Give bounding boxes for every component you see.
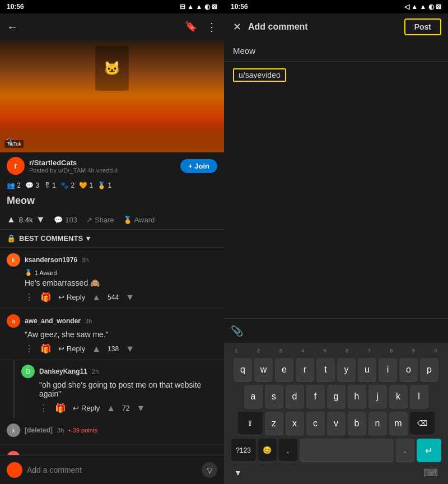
comment-avatar-3: D	[21, 365, 35, 378]
comment-header-3: D DankeyKang11 2h	[21, 365, 217, 378]
comment-username-deleted: [deleted]	[25, 426, 53, 434]
downvote-icon[interactable]: ▼	[36, 215, 45, 225]
key-123[interactable]: ?123	[231, 439, 256, 462]
close-button[interactable]: ✕	[231, 18, 244, 35]
key-num-1: 1	[226, 346, 246, 355]
key-num-4: 4	[293, 346, 313, 355]
key-a[interactable]: a	[244, 385, 263, 408]
comment-deleted: x [deleted] 3h •-39 points	[0, 418, 224, 445]
key-p[interactable]: p	[420, 358, 438, 381]
comment-more-icon-3[interactable]: ⋮	[39, 403, 48, 413]
share-btn[interactable]: ↗ Share	[86, 216, 114, 224]
key-n[interactable]: n	[368, 412, 387, 435]
attachment-icon[interactable]: 📎	[231, 325, 243, 337]
comment-username-3[interactable]: DankeyKang11	[39, 367, 87, 375]
upvote-icon-3[interactable]: ▲	[106, 403, 115, 413]
reply-button-3[interactable]: ↩ Reply	[73, 404, 100, 412]
comment-gift-icon-2[interactable]: 🎁	[40, 343, 52, 354]
award-item: 👥 2	[7, 182, 21, 189]
key-x[interactable]: x	[286, 412, 304, 435]
key-u[interactable]: u	[358, 358, 376, 381]
upvote-icon[interactable]: ▲	[7, 215, 16, 225]
upvote-icon-1[interactable]: ▲	[92, 292, 101, 302]
comment-username-2[interactable]: awe_and_wonder	[25, 317, 81, 325]
reply-icon-2: ↩	[58, 345, 64, 353]
add-comment-input[interactable]: Add a comment	[27, 466, 197, 474]
comments-icon: 💬	[54, 216, 63, 224]
return-key[interactable]: ↵	[417, 439, 441, 462]
scroll-down-button[interactable]: ▽	[202, 462, 217, 478]
period-key[interactable]: .	[396, 439, 414, 462]
key-f[interactable]: f	[306, 385, 325, 408]
key-j[interactable]: j	[368, 385, 387, 408]
award-item: 🐾 2	[60, 182, 74, 189]
comma-key[interactable]: ,	[279, 439, 297, 462]
key-s[interactable]: s	[265, 385, 283, 408]
comment-input-area[interactable]: u/savevideo	[224, 62, 448, 318]
keyboard-settings-icon[interactable]: ⌨	[423, 467, 438, 479]
key-z[interactable]: z	[265, 412, 283, 435]
more-icon[interactable]: ⋮	[206, 20, 217, 34]
downvote-icon-3[interactable]: ▼	[136, 403, 145, 413]
comment-actions-2: ⋮ 🎁 ↩ Reply ▲ 138 ▼	[25, 343, 217, 354]
vote-group: ▲ 8.4k ▼	[7, 215, 45, 225]
add-comment-title: Add comment	[248, 22, 400, 32]
key-m[interactable]: m	[389, 412, 408, 435]
subreddit-info: r/StartledCats Posted by u/Dr_TAM 4h v.r…	[29, 159, 176, 174]
awards-row: 👥 2 💬 3 🎖 1 🐾 2 🧡 1 🏅 1	[0, 179, 224, 192]
back-icon[interactable]: ←	[7, 21, 18, 34]
key-g[interactable]: g	[327, 385, 346, 408]
comments-btn[interactable]: 💬 103	[54, 216, 77, 224]
join-button[interactable]: + Join	[180, 159, 217, 173]
keyboard-hide-button[interactable]: ▼	[234, 468, 242, 477]
comment-more-icon-2[interactable]: ⋮	[25, 343, 34, 354]
space-key[interactable]	[300, 439, 394, 462]
reply-button-2[interactable]: ↩ Reply	[58, 345, 85, 353]
top-nav: ← 🔖 ⋮	[0, 13, 224, 40]
key-e[interactable]: e	[275, 358, 293, 381]
comment-context: Meow	[224, 40, 448, 62]
emoji-key[interactable]: 😊	[258, 439, 277, 462]
key-i[interactable]: i	[379, 358, 397, 381]
downvote-icon-2[interactable]: ▼	[125, 344, 134, 354]
key-b[interactable]: b	[348, 412, 366, 435]
key-k[interactable]: k	[389, 385, 408, 408]
post-meta: Posted by u/Dr_TAM 4h v.redd.it	[29, 167, 176, 174]
bookmark-icon[interactable]: 🔖	[185, 20, 197, 34]
reply-button-1[interactable]: ↩ Reply	[58, 293, 85, 301]
comment-more-icon[interactable]: ⋮	[25, 292, 34, 302]
status-bar-left: 10:56 ⊟ ▲ ▲ ◐ ⊠	[0, 0, 224, 13]
key-o[interactable]: o	[399, 358, 418, 381]
delete-key[interactable]: ⌫	[410, 412, 435, 435]
comment-gift-icon-3[interactable]: 🎁	[55, 403, 66, 413]
comment-gift-icon[interactable]: 🎁	[40, 292, 52, 302]
key-t[interactable]: t	[316, 358, 335, 381]
post-button[interactable]: Post	[404, 18, 441, 35]
comment-actions-1: ⋮ 🎁 ↩ Reply ▲ 544 ▼	[25, 292, 217, 302]
comment-username-1[interactable]: ksanderson1976	[25, 256, 77, 264]
key-v[interactable]: v	[327, 412, 346, 435]
share-icon: ↗	[86, 216, 92, 224]
key-r[interactable]: r	[296, 358, 314, 381]
username-tag[interactable]: u/savevideo	[233, 68, 286, 82]
key-w[interactable]: w	[254, 358, 273, 381]
subreddit-name[interactable]: r/StartledCats	[29, 159, 176, 167]
comment-time-3: 2h	[92, 368, 99, 375]
keyboard-row-2: a s d f g h j k l	[225, 383, 447, 410]
key-d[interactable]: d	[286, 385, 304, 408]
key-c[interactable]: c	[306, 412, 325, 435]
post-title: Meow	[0, 192, 224, 210]
key-num-2: 2	[248, 346, 268, 355]
key-y[interactable]: y	[337, 358, 356, 381]
comment-header-1: k ksanderson1976 3h	[7, 253, 217, 267]
subreddit-avatar: r	[7, 157, 25, 175]
key-l[interactable]: l	[410, 385, 428, 408]
key-q[interactable]: q	[234, 358, 252, 381]
upvote-icon-2[interactable]: ▲	[92, 344, 101, 354]
shift-key[interactable]: ⇧	[238, 412, 263, 435]
award-btn[interactable]: 🏅 Award	[123, 216, 155, 224]
key-num-6: 6	[337, 346, 357, 355]
downvote-icon-1[interactable]: ▼	[125, 292, 134, 302]
key-h[interactable]: h	[348, 385, 366, 408]
sort-bar[interactable]: 🔒 BEST COMMENTS ▾	[0, 230, 224, 248]
